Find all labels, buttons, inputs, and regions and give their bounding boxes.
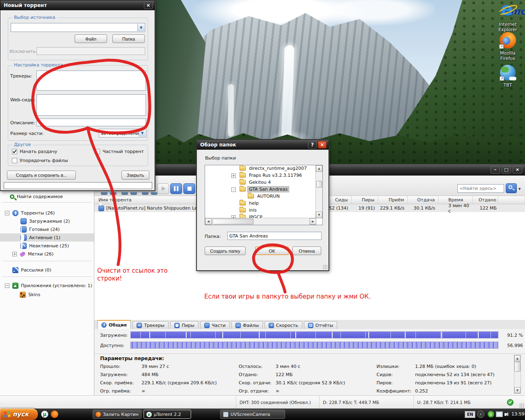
horizontal-scrollbar[interactable]: ◀ ▶ bbox=[205, 218, 316, 225]
collapse-icon[interactable]: − bbox=[5, 211, 9, 215]
private-torrent-checkbox[interactable]: Частный торрент bbox=[95, 149, 144, 154]
tab-trackers[interactable]: ≡Трекеры bbox=[132, 321, 169, 329]
tab-logger[interactable]: ▤Отчёты bbox=[304, 321, 337, 329]
webseeds-textarea[interactable] bbox=[37, 94, 146, 116]
sidebar-item-inactive[interactable]: Неактивные (25) bbox=[0, 242, 94, 250]
expand-icon[interactable]: + bbox=[12, 252, 17, 256]
scroll-up-icon[interactable]: ▲ bbox=[514, 355, 520, 361]
pause-torrent-button[interactable] bbox=[170, 183, 182, 194]
tree-item[interactable]: directx_runtime_aug2007 bbox=[205, 165, 322, 172]
start-button[interactable]: пуск bbox=[0, 409, 38, 420]
column-header-uploaded[interactable]: Отдано bbox=[473, 196, 498, 204]
tray-utorrent-icon[interactable]: µ bbox=[488, 411, 494, 418]
chevron-down-icon[interactable]: ▼ bbox=[139, 130, 146, 137]
tray-chevron-icon[interactable]: ‹ bbox=[477, 411, 484, 418]
taskbar-task-utorrent[interactable]: µ µTorrent 2.2 bbox=[144, 410, 191, 419]
vertical-scrollbar[interactable]: ▲ ▼ bbox=[514, 355, 521, 394]
maximize-button[interactable]: □ bbox=[502, 166, 511, 173]
checkbox-icon[interactable] bbox=[95, 149, 100, 154]
quicklaunch-globe-icon[interactable] bbox=[61, 411, 68, 418]
sidebar-item-active[interactable]: Активные (1) bbox=[0, 233, 94, 242]
tab-speed[interactable]: ↗Скорость bbox=[265, 321, 302, 329]
taskbar-task-upload-picture[interactable]: Залить Картинку - З... bbox=[93, 410, 142, 419]
folder-name-input[interactable] bbox=[227, 232, 322, 240]
close-dialog-button[interactable]: Закрыть bbox=[121, 171, 149, 180]
sidebar-item-feeds[interactable]: Рассылки (0) bbox=[0, 266, 94, 274]
search-input[interactable] bbox=[457, 184, 504, 193]
expand-icon[interactable]: + bbox=[231, 173, 236, 178]
scrollbar-thumb[interactable] bbox=[514, 362, 520, 372]
sidebar-item-finished[interactable]: Готовые (24) bbox=[0, 225, 94, 233]
scroll-left-icon[interactable]: ◀ bbox=[205, 218, 212, 225]
toolbar-icon-stub[interactable] bbox=[121, 192, 128, 195]
tab-general[interactable]: iОбщие bbox=[97, 320, 131, 329]
tree-item[interactable]: + Fraps Rus v3.2.3.11796 bbox=[205, 172, 322, 179]
scroll-down-icon[interactable]: ▼ bbox=[514, 387, 520, 393]
close-button[interactable]: × bbox=[513, 166, 522, 173]
piece-size-select[interactable]: автоопределение ▼ bbox=[99, 129, 146, 137]
trackers-textarea[interactable] bbox=[37, 71, 146, 91]
tree-item[interactable]: inis bbox=[205, 207, 322, 214]
tab-pieces[interactable]: ∷Части bbox=[200, 321, 230, 329]
collapse-icon[interactable]: − bbox=[5, 283, 9, 288]
tab-peers[interactable]: ●Пиры bbox=[170, 321, 199, 329]
toolbar-icon-stub[interactable] bbox=[130, 192, 137, 195]
sidebar-item-labels[interactable]: + Метки (26) bbox=[0, 250, 94, 258]
file-button[interactable]: Файл bbox=[75, 34, 107, 43]
tree-item[interactable]: Gekitou 4 bbox=[205, 179, 322, 186]
create-save-button[interactable]: Создать и сохранить в... bbox=[7, 171, 76, 180]
checkbox-checked-icon[interactable] bbox=[12, 149, 17, 154]
tray-screen-icon[interactable] bbox=[496, 411, 503, 417]
tree-item-selected[interactable]: - GTA San Andreas bbox=[205, 186, 322, 193]
toolbar-icon-stub[interactable] bbox=[101, 192, 107, 195]
minimize-button[interactable]: – bbox=[491, 166, 500, 173]
column-header-down-speed[interactable]: Приём bbox=[378, 196, 408, 204]
tree-item[interactable]: AUTORUN bbox=[205, 193, 322, 200]
ok-button[interactable]: ОК bbox=[255, 247, 289, 255]
description-input[interactable] bbox=[37, 119, 146, 126]
help-button[interactable]: ? bbox=[308, 141, 317, 148]
column-header-peers[interactable]: Пиры bbox=[352, 196, 378, 204]
search-options-dropdown-icon[interactable]: ▼ bbox=[518, 187, 520, 191]
close-button[interactable]: × bbox=[318, 141, 326, 148]
vertical-scrollbar[interactable]: ▲ ▼ bbox=[315, 165, 322, 218]
quicklaunch-firefox-icon[interactable] bbox=[51, 411, 58, 418]
close-button[interactable]: × bbox=[144, 2, 153, 9]
resize-grip[interactable] bbox=[323, 265, 328, 269]
scrollbar-thumb[interactable] bbox=[212, 219, 253, 224]
source-combobox[interactable]: ▼ bbox=[11, 23, 145, 32]
toolbar-icon-stub[interactable] bbox=[142, 192, 148, 195]
language-indicator[interactable]: EN bbox=[465, 411, 475, 418]
stop-torrent-button[interactable] bbox=[183, 183, 195, 194]
sidebar-item-apps[interactable]: − Приложения (установлено: 1) bbox=[0, 281, 94, 290]
scroll-right-icon[interactable]: ▶ bbox=[310, 218, 316, 225]
sidebar-item-downloading[interactable]: Загружаемые (2) bbox=[0, 217, 94, 225]
scroll-up-icon[interactable]: ▲ bbox=[316, 165, 322, 172]
toolbar-icon-stub[interactable] bbox=[151, 192, 158, 195]
sidebar-item-torrents[interactable]: − Торренты (26) bbox=[0, 209, 94, 217]
scroll-down-icon[interactable]: ▼ bbox=[316, 212, 322, 218]
desktop-icon-tbt[interactable]: ↗ TBT bbox=[493, 65, 523, 88]
search-button[interactable] bbox=[506, 183, 517, 193]
resize-grip[interactable] bbox=[519, 403, 524, 408]
cancel-button[interactable]: Отмена bbox=[292, 247, 321, 255]
taskbar-task-uvscreencamera[interactable]: UVScreenCamera bbox=[220, 410, 285, 419]
sidebar-item-find-content[interactable]: Найти содержимое bbox=[0, 192, 94, 201]
collapse-icon[interactable]: - bbox=[231, 187, 236, 192]
quicklaunch-utorrent-icon[interactable]: µ bbox=[41, 411, 48, 418]
start-seeding-checkbox[interactable]: Начать раздачу bbox=[12, 149, 57, 154]
chevron-down-icon[interactable]: ▼ bbox=[137, 24, 144, 31]
create-folder-button[interactable]: Создать папку bbox=[205, 247, 246, 255]
start-torrent-button[interactable] bbox=[157, 183, 169, 194]
preserve-order-checkbox[interactable]: Упорядочить файлы bbox=[12, 158, 68, 163]
checkbox-icon[interactable] bbox=[12, 158, 17, 163]
scrollbar-thumb[interactable] bbox=[316, 181, 322, 187]
tree-item[interactable]: help bbox=[205, 200, 322, 207]
volume-icon[interactable]: ) bbox=[504, 412, 509, 416]
desktop-icon-firefox[interactable]: ↗ Mozilla Firefox bbox=[493, 32, 523, 61]
desktop-icon-internet-explorer[interactable]: e Internet Explorer bbox=[493, 1, 523, 32]
tab-files[interactable]: ▭Файлы bbox=[231, 321, 263, 329]
toolbar-icon-stub[interactable] bbox=[110, 192, 116, 195]
folder-button[interactable]: Папка bbox=[112, 34, 145, 43]
column-header-up-speed[interactable]: Отдача bbox=[408, 196, 438, 204]
